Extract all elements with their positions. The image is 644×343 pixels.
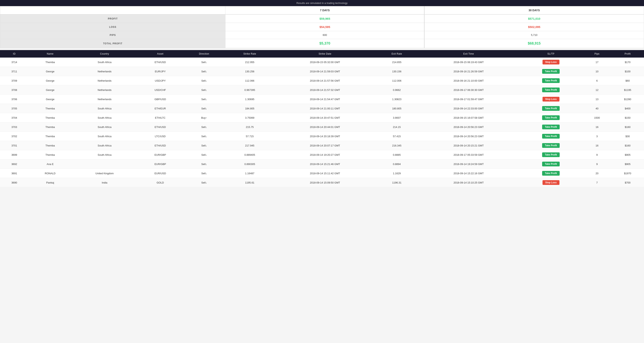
- table-row: 3690 Pankaj India GOLD Sell↓ 1195.61 201…: [0, 178, 644, 187]
- cell-asset: LTC/USD: [137, 132, 183, 141]
- cell-sltp[interactable]: Take Profit: [519, 141, 583, 150]
- profit-7days: $59,965: [226, 14, 424, 23]
- take-profit-button[interactable]: Take Profit: [542, 69, 560, 74]
- cell-strike-rate: 212.955: [225, 58, 274, 67]
- table-row: 3692 Ana E EUR/GBP Sell↓ 0.890305 2018-0…: [0, 160, 644, 169]
- cell-sltp[interactable]: Take Profit: [519, 122, 583, 132]
- stop-loss-button[interactable]: Stop Loss: [542, 60, 560, 64]
- cell-sltp[interactable]: Stop Loss: [519, 178, 583, 187]
- cell-asset: USD/JPY: [137, 76, 183, 85]
- cell-direction: Sell↓: [183, 76, 225, 85]
- cell-sltp[interactable]: Take Profit: [519, 67, 583, 76]
- cell-profit: $1280: [611, 94, 644, 104]
- summary-empty-header: [0, 6, 226, 14]
- cell-pips: 10: [583, 67, 611, 76]
- table-row: 3708 George Netherlands USD/CHF Sell↓ 0.…: [0, 85, 644, 94]
- cell-asset: ETH/LTC: [137, 113, 183, 122]
- cell-name: Themba: [28, 104, 72, 113]
- summary-7days-header: 7 DAYS: [226, 6, 424, 14]
- table-row: 3709 George Netherlands USD/JPY Sell↓ 11…: [0, 76, 644, 85]
- cell-sltp[interactable]: Take Profit: [519, 132, 583, 141]
- cell-sltp[interactable]: Take Profit: [519, 85, 583, 94]
- cell-strike-rate: 215.75: [225, 122, 274, 132]
- cell-profit: $700: [611, 178, 644, 187]
- cell-strike-rate: 184.805: [225, 104, 274, 113]
- cell-name: RONALD: [28, 169, 72, 178]
- cell-name: Themba: [28, 113, 72, 122]
- cell-direction: Sell↓: [183, 122, 225, 132]
- cell-id: 3702: [0, 132, 28, 141]
- cell-direction: Sell↓: [183, 150, 225, 160]
- cell-sltp[interactable]: Take Profit: [519, 104, 583, 113]
- cell-sltp[interactable]: Stop Loss: [519, 58, 583, 67]
- cell-exit-time: 2018-09-15 16:07:58 GMT: [418, 113, 519, 122]
- take-profit-button[interactable]: Take Profit: [542, 171, 560, 176]
- cell-id: 3706: [0, 94, 28, 104]
- col-header-asset: Asset: [137, 50, 183, 58]
- col-header-strike-date: Strike Date: [274, 50, 376, 58]
- take-profit-button[interactable]: Take Profit: [542, 143, 560, 148]
- table-row: 3691 RONALD United Kingdom EUR/USD Sell↓…: [0, 169, 644, 178]
- cell-country: Netherlands: [72, 85, 137, 94]
- cell-country: India: [72, 178, 137, 187]
- cell-pips: 12: [583, 85, 611, 94]
- stop-loss-button[interactable]: Stop Loss: [542, 180, 560, 185]
- cell-pips: 6: [583, 76, 611, 85]
- take-profit-button[interactable]: Take Profit: [542, 88, 560, 92]
- cell-exit-rate: 130.156: [376, 67, 418, 76]
- cell-id: 3699: [0, 150, 28, 160]
- summary-total-profit-row: TOTAL PROFIT $5,370 $68,915: [0, 39, 644, 48]
- cell-country: South Africa: [72, 113, 137, 122]
- cell-exit-rate: 3.9007: [376, 113, 418, 122]
- cell-exit-time: 2018-09-16 21:10:00 GMT: [418, 76, 519, 85]
- stop-loss-button[interactable]: Stop Loss: [542, 97, 560, 102]
- pips-30days: 5,710: [424, 31, 644, 39]
- cell-sltp[interactable]: Take Profit: [519, 113, 583, 122]
- cell-exit-rate: 57.415: [376, 132, 418, 141]
- cell-exit-rate: 0.8885: [376, 150, 418, 160]
- col-header-id: ID: [0, 50, 28, 58]
- cell-direction: Sell↓: [183, 58, 225, 67]
- take-profit-button[interactable]: Take Profit: [542, 106, 560, 111]
- take-profit-button[interactable]: Take Profit: [542, 152, 560, 157]
- cell-strike-date: 2018-09-14 15:11:42 GMT: [274, 169, 376, 178]
- cell-pips: 9: [583, 150, 611, 160]
- cell-profit: $160: [611, 141, 644, 150]
- cell-pips: 13: [583, 94, 611, 104]
- cell-sltp[interactable]: Take Profit: [519, 160, 583, 169]
- take-profit-button[interactable]: Take Profit: [542, 78, 560, 83]
- summary-loss-row: LOSS $54,595 $502,095: [0, 23, 644, 31]
- cell-profit: $905: [611, 160, 644, 169]
- loss-label: LOSS: [0, 23, 226, 31]
- cell-direction: Sell↓: [183, 104, 225, 113]
- cell-name: Themba: [28, 122, 72, 132]
- take-profit-button[interactable]: Take Profit: [542, 115, 560, 120]
- cell-sltp[interactable]: Stop Loss: [519, 94, 583, 104]
- cell-strike-date: 2018-09-15 05:32:00 GMT: [274, 58, 376, 67]
- cell-strike-rate: 1.30695: [225, 94, 274, 104]
- cell-asset: ETH/USD: [137, 122, 183, 132]
- cell-strike-date: 2018-09-14 20:18:39 GMT: [274, 132, 376, 141]
- table-row: 3702 Themba South Africa LTC/USD Sell↓ 5…: [0, 132, 644, 141]
- cell-strike-date: 2018-09-14 21:57:56 GMT: [274, 76, 376, 85]
- cell-sltp[interactable]: Take Profit: [519, 150, 583, 160]
- cell-strike-date: 2018-09-14 15:09:50 GMT: [274, 178, 376, 187]
- take-profit-button[interactable]: Take Profit: [542, 134, 560, 138]
- cell-asset: GBP/USD: [137, 94, 183, 104]
- trades-header-row: ID Name Country Asset Direction Strike R…: [0, 50, 644, 58]
- cell-profit: $400: [611, 104, 644, 113]
- take-profit-button[interactable]: Take Profit: [542, 162, 560, 166]
- table-row: 3701 Themba South Africa ETH/USD Sell↓ 2…: [0, 141, 644, 150]
- cell-strike-date: 2018-09-14 21:00:11 GMT: [274, 104, 376, 113]
- cell-direction: Sell↓: [183, 94, 225, 104]
- cell-name: Ana E: [28, 160, 72, 169]
- cell-country: South Africa: [72, 132, 137, 141]
- table-row: 3714 Themba South Africa ETH/USD Sell↓ 2…: [0, 58, 644, 67]
- cell-sltp[interactable]: Take Profit: [519, 76, 583, 85]
- take-profit-button[interactable]: Take Profit: [542, 124, 560, 129]
- cell-sltp[interactable]: Take Profit: [519, 169, 583, 178]
- cell-strike-date: 2018-09-14 21:59:03 GMT: [274, 67, 376, 76]
- cell-pips: 16: [583, 122, 611, 132]
- col-header-strike-rate: Strike Rate: [225, 50, 274, 58]
- cell-profit: $100: [611, 67, 644, 76]
